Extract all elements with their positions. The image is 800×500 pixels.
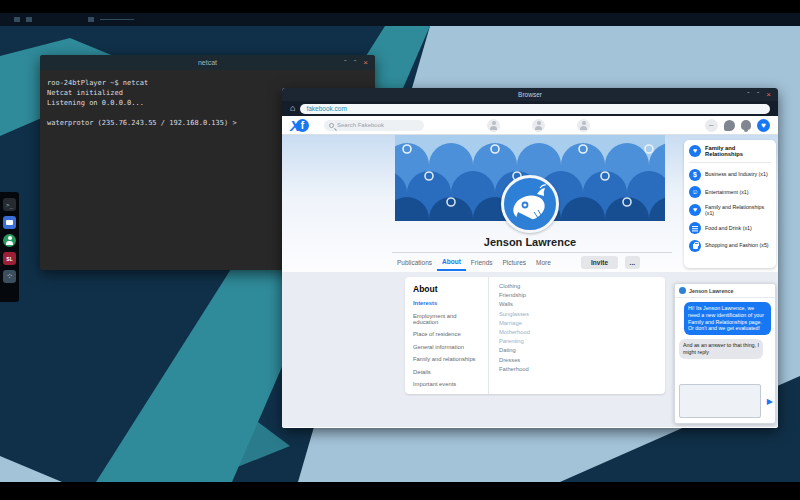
system-top-panel xyxy=(0,13,800,26)
about-title: About xyxy=(413,284,480,294)
category-row[interactable]: Entertainment (x1) xyxy=(689,186,771,198)
interests-list: Clothing Friendship Walls Sunglasses Mar… xyxy=(489,277,665,394)
desktop-background: netcat roo-24btPlayer ~$ netcat Netcat i… xyxy=(0,26,800,482)
chat-header[interactable]: Jenson Lawrence xyxy=(675,284,775,298)
messenger-icon[interactable] xyxy=(724,120,735,131)
close-icon[interactable] xyxy=(363,59,368,67)
menu-residence[interactable]: Place of residence xyxy=(413,331,480,337)
header-nav-icons xyxy=(487,119,590,132)
dock-settings-icon[interactable] xyxy=(3,270,16,283)
about-menu: About Interests Employment and education… xyxy=(405,277,489,394)
header-action-icons xyxy=(705,119,770,132)
profile-avatar[interactable] xyxy=(501,175,559,233)
interest-item[interactable]: Parenting xyxy=(499,338,655,344)
maximize-icon[interactable] xyxy=(354,59,357,67)
screen: netcat roo-24btPlayer ~$ netcat Netcat i… xyxy=(0,0,800,500)
profile-tabs: Publications About Friends Pictures More… xyxy=(392,254,672,271)
url-bar[interactable]: fakebook.com xyxy=(300,104,770,114)
tabs-divider xyxy=(392,252,672,253)
chat-contact-name: Jenson Lawrence xyxy=(689,288,733,294)
chat-panel: Jenson Lawrence Hi! Its Jenson Lawrence,… xyxy=(674,283,776,424)
category-label: Business and Industry (x1) xyxy=(705,171,768,178)
home-tab-icon[interactable] xyxy=(487,119,500,132)
chat-input[interactable] xyxy=(679,384,761,418)
browser-content: Jenson Lawrence Publications About Frien… xyxy=(282,135,778,427)
interest-item[interactable]: Dating xyxy=(499,347,655,353)
invite-button[interactable]: Invite xyxy=(581,256,618,269)
menu-general-info[interactable]: General information xyxy=(413,344,480,350)
categories-title: Family and Relationships xyxy=(705,145,771,157)
home-icon[interactable] xyxy=(290,104,295,113)
tab-about[interactable]: About xyxy=(437,254,466,271)
category-label: Family and Relationships (x1) xyxy=(705,204,771,217)
category-row[interactable]: Food and Drink (x1) xyxy=(689,222,771,234)
heart-icon xyxy=(689,204,701,216)
chat-message-received: And as an answer to that thing, I might … xyxy=(679,339,763,359)
fakebook-logo[interactable]: X f xyxy=(290,118,320,133)
category-row[interactable]: Shopping and Fashion (x5) xyxy=(689,240,771,252)
burger-icon xyxy=(689,222,701,234)
menu-employment[interactable]: Employment and education xyxy=(413,313,480,325)
tab-more[interactable]: More xyxy=(531,255,556,270)
minimize-icon[interactable] xyxy=(344,59,347,67)
interest-item[interactable]: Clothing xyxy=(499,283,655,289)
category-label: Food and Drink (x1) xyxy=(705,225,752,232)
chat-input-area xyxy=(679,384,773,418)
browser-window: Browser fakebook.com X f xyxy=(282,88,778,428)
panel-status-icon xyxy=(14,17,20,22)
categories-header: Family and Relationships xyxy=(689,145,771,163)
categories-card: Family and Relationships Business and In… xyxy=(684,140,776,268)
interest-item[interactable]: Motherhood xyxy=(499,329,655,335)
dollar-icon xyxy=(689,169,701,181)
interest-item[interactable]: Dresses xyxy=(499,357,655,363)
menu-icon[interactable] xyxy=(705,119,718,132)
friends-tab-icon[interactable] xyxy=(532,119,545,132)
account-avatar[interactable] xyxy=(757,119,770,132)
interest-item[interactable]: Sunglasses xyxy=(499,311,655,317)
terminal-line: roo-24btPlayer ~$ netcat xyxy=(47,78,368,88)
terminal-titlebar[interactable]: netcat xyxy=(40,55,375,70)
menu-interests[interactable]: Interests xyxy=(413,300,480,306)
category-row[interactable]: Family and Relationships (x1) xyxy=(689,204,771,217)
menu-events[interactable]: Important events xyxy=(413,381,480,387)
search-input[interactable]: Search Fakebook xyxy=(324,120,424,131)
panel-status-icon xyxy=(26,17,32,22)
dock-files-icon[interactable] xyxy=(3,216,16,229)
menu-details[interactable]: Details xyxy=(413,369,480,375)
dock xyxy=(0,192,19,302)
browser-titlebar[interactable]: Browser xyxy=(282,88,778,101)
fakebook-header: X f Search Fakebook xyxy=(282,116,778,135)
interest-item[interactable]: Friendship xyxy=(499,292,655,298)
panel-separator xyxy=(100,19,134,20)
menu-family[interactable]: Family and relationships xyxy=(413,356,480,362)
groups-tab-icon[interactable] xyxy=(577,119,590,132)
panel-status-icon xyxy=(88,17,94,22)
interest-item[interactable]: Walls xyxy=(499,301,655,307)
send-icon[interactable] xyxy=(767,397,773,406)
dock-sl-app-icon[interactable] xyxy=(3,252,16,265)
interest-item[interactable]: Fatherhood xyxy=(499,366,655,372)
category-label: Entertainment (x1) xyxy=(705,189,749,196)
chat-avatar xyxy=(679,287,686,294)
more-options-button[interactable]: ... xyxy=(625,256,640,269)
url-text: fakebook.com xyxy=(306,105,346,112)
heart-icon xyxy=(689,145,701,157)
category-row[interactable]: Business and Industry (x1) xyxy=(689,169,771,181)
search-icon xyxy=(329,123,334,128)
top-letterbox xyxy=(0,0,800,13)
smiley-icon xyxy=(689,186,701,198)
notifications-icon[interactable] xyxy=(741,120,751,130)
minimize-icon[interactable] xyxy=(747,91,750,99)
tab-publications[interactable]: Publications xyxy=(392,255,437,270)
close-icon[interactable] xyxy=(766,91,771,99)
dock-contacts-icon[interactable] xyxy=(3,234,16,247)
interest-item[interactable]: Marriage xyxy=(499,320,655,326)
browser-title: Browser xyxy=(518,91,542,98)
about-card: About Interests Employment and education… xyxy=(405,277,665,394)
bag-icon xyxy=(689,240,701,252)
tab-friends[interactable]: Friends xyxy=(466,255,498,270)
maximize-icon[interactable] xyxy=(757,91,760,99)
tab-pictures[interactable]: Pictures xyxy=(498,255,531,270)
browser-navbar: fakebook.com xyxy=(282,101,778,116)
dock-terminal-icon[interactable] xyxy=(3,198,16,211)
